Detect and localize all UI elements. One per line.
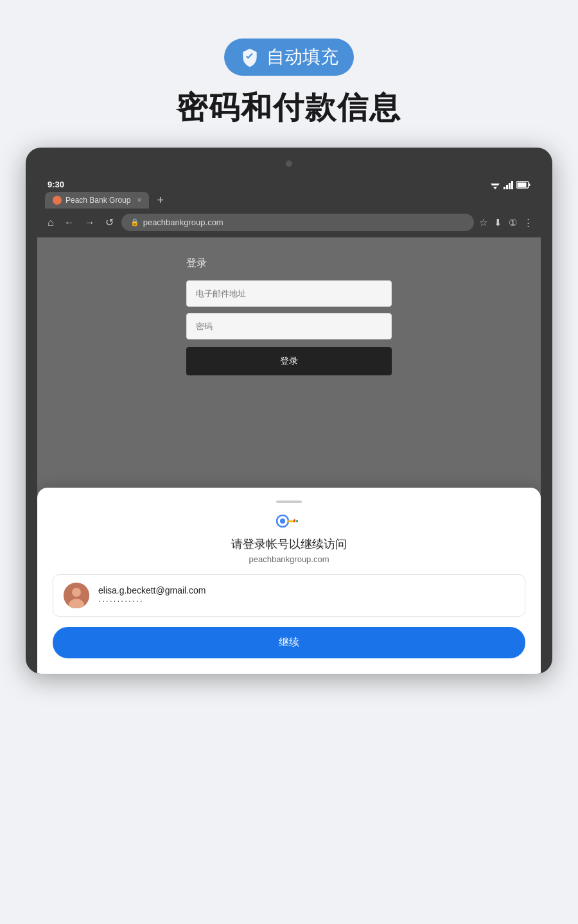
login-submit-button[interactable]: 登录 <box>186 347 392 375</box>
svg-rect-3 <box>504 187 505 189</box>
tablet-camera <box>286 160 292 167</box>
battery-icon <box>516 181 530 189</box>
menu-button[interactable]: ⋮ <box>523 217 533 228</box>
tab-favicon <box>53 196 62 205</box>
forward-nav-button[interactable]: → <box>82 214 98 231</box>
login-form: 登录 登录 <box>186 257 392 375</box>
star-button[interactable]: ☆ <box>479 217 487 228</box>
autofill-badge: 自动填充 <box>224 38 354 76</box>
browser-content: 登录 登录 请登录帐号以继续访问 <box>37 237 541 674</box>
svg-rect-14 <box>296 520 298 522</box>
google-key-icon <box>276 513 302 529</box>
svg-marker-2 <box>493 187 497 189</box>
browser-action-icons: ☆ ⬇ ① ⋮ <box>479 217 533 228</box>
account-avatar <box>64 583 89 608</box>
svg-point-16 <box>72 588 81 597</box>
lock-icon: 🔒 <box>130 218 139 227</box>
account-info: elisa.g.beckett@gmail.com ············ <box>98 585 206 606</box>
svg-point-11 <box>280 518 285 524</box>
avatar-image <box>64 583 89 608</box>
svg-rect-8 <box>529 184 530 186</box>
svg-rect-6 <box>511 181 513 189</box>
bottom-sheet-handle <box>276 501 302 503</box>
tab-bar: Peach Bank Group × + <box>45 192 533 209</box>
browser-chrome: Peach Bank Group × + ⌂ ← → ↺ 🔒 peachbank… <box>37 192 541 237</box>
address-bar[interactable]: 🔒 peachbankgroup.com <box>121 214 474 231</box>
refresh-nav-button[interactable]: ↺ <box>103 214 116 231</box>
back-nav-button[interactable]: ← <box>62 214 77 231</box>
tab-close-button[interactable]: × <box>137 196 141 205</box>
shield-icon <box>240 47 260 67</box>
wifi-icon <box>489 180 501 189</box>
home-nav-button[interactable]: ⌂ <box>45 214 57 231</box>
tablet-device: 9:30 <box>26 148 552 674</box>
key-icon-area <box>53 513 525 529</box>
browser-tab[interactable]: Peach Bank Group × <box>45 192 149 209</box>
autofill-badge-text: 自动填充 <box>267 45 338 69</box>
browser-window: 9:30 <box>37 175 541 674</box>
svg-rect-13 <box>293 519 295 522</box>
download-button[interactable]: ⬇ <box>494 217 502 228</box>
signal-icon <box>504 180 514 189</box>
login-form-title: 登录 <box>186 257 392 270</box>
header-area: 自动填充 密码和付款信息 <box>177 0 401 128</box>
autofill-bottom-sheet: 请登录帐号以继续访问 peachbankgroup.com elisa.g.be… <box>37 488 541 674</box>
new-tab-button[interactable]: + <box>153 193 168 209</box>
status-icons <box>489 180 530 189</box>
bottom-sheet-domain: peachbankgroup.com <box>53 554 525 564</box>
account-credential-row[interactable]: elisa.g.beckett@gmail.com ············ <box>53 574 525 617</box>
svg-rect-9 <box>518 182 527 187</box>
status-time: 9:30 <box>48 180 64 189</box>
account-password: ············ <box>98 595 206 606</box>
svg-rect-4 <box>506 185 508 189</box>
svg-rect-5 <box>509 183 511 189</box>
continue-button[interactable]: 继续 <box>53 627 525 658</box>
account-email: elisa.g.beckett@gmail.com <box>98 585 206 595</box>
address-bar-row: ⌂ ← → ↺ 🔒 peachbankgroup.com ☆ ⬇ ① ⋮ <box>45 212 533 232</box>
account-button[interactable]: ① <box>509 217 517 228</box>
status-bar: 9:30 <box>37 175 541 192</box>
bottom-sheet-title: 请登录帐号以继续访问 <box>53 536 525 552</box>
password-input[interactable] <box>186 313 392 339</box>
email-input[interactable] <box>186 280 392 307</box>
tab-label: Peach Bank Group <box>66 196 130 205</box>
url-display: peachbankgroup.com <box>143 218 223 227</box>
main-title: 密码和付款信息 <box>177 87 401 128</box>
